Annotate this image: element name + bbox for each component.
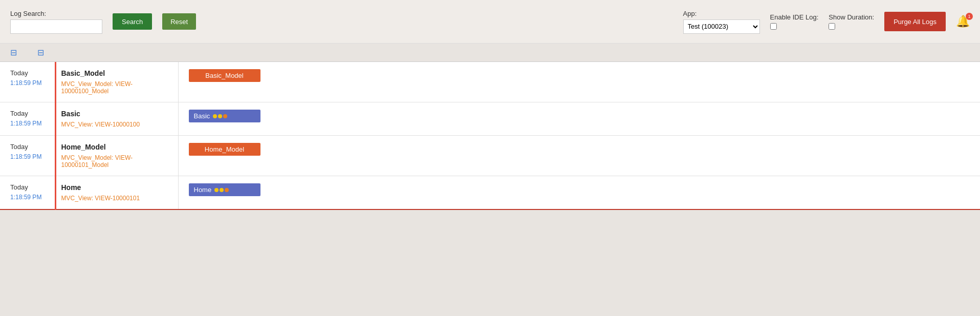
visual-cell: Basic_Model [178,62,980,102]
app-select[interactable]: Test (100023) [683,19,760,34]
entry-sub: MVC_View: VIEW-10000100 [61,121,173,128]
enable-ide-log-checkbox[interactable] [770,23,777,30]
bar-dots [213,114,227,118]
search-input[interactable] [10,19,102,34]
time-value: 1:18:59 PM [10,79,41,87]
time-cell: Today 1:18:59 PM [0,102,55,136]
table-row: Today 1:18:59 PM Basic_Model MVC_View_Mo… [0,62,980,102]
time-value: 1:18:59 PM [10,194,41,201]
table-row: Today 1:18:59 PM Basic MVC_View: VIEW-10… [0,102,980,136]
view-bar: Basic [189,110,260,122]
enable-ide-log-label: Enable IDE Log: [770,13,819,21]
app-label: App: [683,10,760,17]
time-day: Today [10,69,50,77]
time-day: Today [10,110,50,117]
name-cell: Basic MVC_View: VIEW-10000100 [55,102,178,136]
filter-bar: ⊟ ⊟ [0,44,980,62]
app-group: App: Test (100023) [683,10,760,34]
entry-name: Home_Model [61,143,173,151]
dot-yellow [214,188,219,192]
entry-name: Home [61,183,173,192]
notification-bell[interactable]: 🔔 1 [956,15,970,28]
entry-sub: MVC_View: VIEW-10000101 [61,195,173,202]
view-bar: Home [189,183,260,196]
time-value: 1:18:59 PM [10,120,41,127]
table-row: Today 1:18:59 PM Home MVC_View: VIEW-100… [0,176,980,210]
time-day: Today [10,143,50,151]
dot-orange [225,188,229,192]
model-bar: Home_Model [189,143,260,156]
entry-name: Basic_Model [61,69,173,77]
dot-yellow-2 [220,188,224,192]
bar-dots [214,188,229,192]
visual-cell: Basic [178,102,980,136]
purge-all-logs-button[interactable]: Purge All Logs [884,12,946,31]
reset-button[interactable]: Reset [162,13,196,30]
dot-yellow-2 [218,114,222,118]
entry-name: Basic [61,110,173,118]
log-table: Today 1:18:59 PM Basic_Model MVC_View_Mo… [0,62,980,210]
log-search-group: Log Search: [10,10,102,34]
search-button[interactable]: Search [113,13,152,30]
entry-sub: MVC_View_Model: VIEW-10000101_Model [61,154,173,168]
name-cell: Home MVC_View: VIEW-10000101 [55,176,178,210]
header: Log Search: Search Reset App: Test (1000… [0,0,980,44]
model-bar: Basic_Model [189,69,260,82]
main-content: ⊟ ⊟ Today 1:18:59 PM Basic_Model MVC_Vie… [0,44,980,316]
show-duration-checkbox[interactable] [829,23,835,30]
bell-badge: 1 [966,13,973,20]
name-cell: Home_Model MVC_View_Model: VIEW-10000101… [55,136,178,176]
time-cell: Today 1:18:59 PM [0,136,55,176]
time-value: 1:18:59 PM [10,153,41,160]
time-day: Today [10,183,50,191]
show-duration-label: Show Duration: [829,13,874,21]
visual-cell: Home [178,176,980,210]
name-cell: Basic_Model MVC_View_Model: VIEW-1000010… [55,62,178,102]
dot-orange [223,114,227,118]
filter-icon-1[interactable]: ⊟ [10,48,17,57]
table-row: Today 1:18:59 PM Home_Model MVC_View_Mod… [0,136,980,176]
entry-sub: MVC_View_Model: VIEW-10000100_Model [61,80,173,95]
time-cell: Today 1:18:59 PM [0,62,55,102]
enable-ide-log-group: Enable IDE Log: [770,13,819,30]
log-search-label: Log Search: [10,10,102,17]
filter-icon-2[interactable]: ⊟ [37,48,44,57]
show-duration-group: Show Duration: [829,13,874,30]
time-cell: Today 1:18:59 PM [0,176,55,210]
dot-yellow [213,114,217,118]
visual-cell: Home_Model [178,136,980,176]
